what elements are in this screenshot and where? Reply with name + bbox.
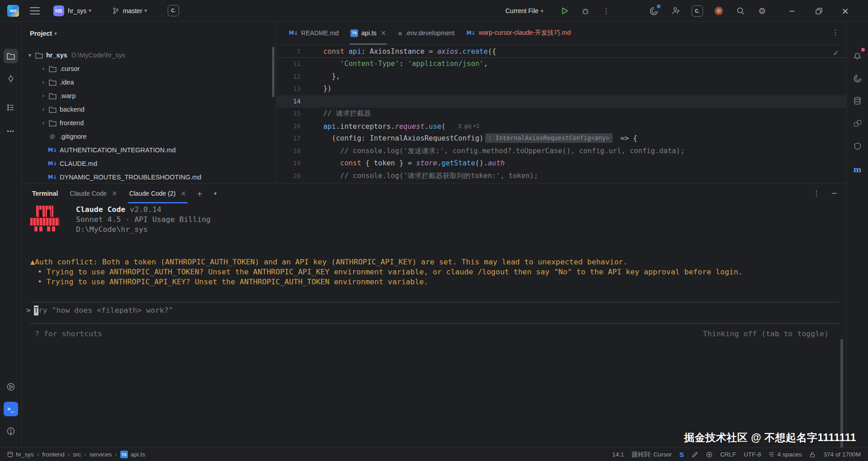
cursor-plugin-icon[interactable]: S (679, 451, 684, 458)
terminal-tab-dropdown-icon[interactable]: ▾ (209, 190, 221, 197)
window-restore-button[interactable] (813, 5, 825, 17)
project-selector[interactable]: hr_sys (68, 7, 86, 14)
encoding-widget[interactable]: UTF-8 (744, 451, 761, 458)
tree-item-hr_sys[interactable]: ▾hr_sysD:\MyCode\hr_sys (22, 48, 276, 62)
webstorm-logo-icon: WS (7, 5, 19, 17)
code-area[interactable]: 7const api: AxiosInstance = axios.create… (277, 45, 846, 183)
problems-tool-icon[interactable] (4, 424, 18, 438)
tree-chevron-icon[interactable]: › (40, 106, 47, 113)
debug-button[interactable] (580, 5, 591, 17)
claude-terminal-launcher-icon[interactable]: C. (168, 5, 179, 16)
statusbar-right-group: 14:1 跳转到: Cursor S CRLF UTF-8 4 spaces (612, 451, 861, 459)
terminal-output[interactable]: Claude Codev2.0.14 Sonnet 4.5 · API Usag… (22, 203, 846, 447)
more-tool-windows-icon[interactable]: ••• (4, 124, 18, 138)
breadcrumb-item-src[interactable]: src (73, 451, 81, 458)
claude-prompt-input[interactable]: >Try "how does <filepath> work?" (26, 306, 173, 315)
claude-starburst-icon[interactable] (713, 5, 725, 17)
run-button[interactable] (559, 5, 571, 17)
tree-item-DYNAMIC_ROUTES_TROUBLESHOOTING.md[interactable]: M↓DYNAMIC_ROUTES_TROUBLESHOOTING.md (22, 170, 276, 183)
tree-chevron-icon[interactable]: › (40, 66, 47, 72)
indent-widget[interactable]: 4 spaces (769, 451, 802, 458)
breadcrumb-item-services[interactable]: services (90, 451, 112, 458)
terminal-hide-icon[interactable]: − (831, 189, 837, 198)
terminal-tab-Claude Code[interactable]: Claude Code× (64, 183, 123, 203)
editor-tab-api.ts[interactable]: TSapi.ts× (344, 22, 392, 45)
lock-icon[interactable] (809, 452, 816, 458)
ai-assistant-tool-icon[interactable] (850, 71, 865, 86)
ai-assistant-icon[interactable] (648, 5, 660, 17)
line-number: 14 (277, 95, 301, 108)
close-icon[interactable]: × (381, 29, 387, 37)
more-actions-icon[interactable]: ⋮ (600, 5, 612, 17)
prompt-chevron: > (26, 306, 31, 315)
database-tool-icon[interactable] (850, 94, 865, 108)
tree-item-.warp[interactable]: ›.warp (22, 89, 276, 103)
editor-tab-README.md[interactable]: M↓README.md (283, 22, 344, 45)
search-everywhere-icon[interactable] (735, 5, 746, 17)
project-panel-header[interactable]: Project ▾ (22, 22, 276, 45)
tree-item-AUTHENTICATION_INTEGRATION.md[interactable]: M↓AUTHENTICATION_INTEGRATION.md (22, 143, 276, 157)
code-with-me-icon[interactable] (670, 5, 682, 17)
terminal-tab-Terminal[interactable]: Terminal (26, 183, 64, 203)
caret-position-widget[interactable]: 14:1 (612, 451, 624, 458)
close-icon[interactable]: × (112, 189, 118, 198)
shield-tool-icon[interactable] (850, 139, 865, 153)
pencil-icon[interactable] (692, 451, 698, 458)
line-number: 15 (277, 108, 301, 120)
new-terminal-tab-button[interactable]: + (192, 189, 207, 198)
claude-code-plugin-icon[interactable]: C. (692, 5, 703, 17)
tree-chevron-icon[interactable]: › (40, 120, 47, 126)
breadcrumb-item-hr_sys[interactable]: hr_sys (7, 451, 34, 458)
type-hint-chip: : InternalAxiosRequestConfig<any> (485, 133, 613, 143)
auth-conflict-warning: ▲Auth conflict: Both a token (ANTHROPIC_… (30, 257, 743, 287)
tree-chevron-icon[interactable]: ▾ (26, 52, 33, 58)
tree-item-label: .idea (60, 79, 74, 86)
terminal-options-icon[interactable]: ⋮ (813, 189, 820, 198)
project-tool-icon[interactable] (4, 49, 18, 63)
plugin-tool-icon[interactable] (850, 116, 865, 131)
structure-tool-icon[interactable] (4, 100, 18, 115)
window-close-button[interactable]: × (840, 5, 851, 17)
project-tree-scrollbar[interactable] (272, 47, 274, 97)
inspection-circle-icon[interactable] (706, 452, 712, 458)
terminal-tab-label: Claude Code (70, 190, 107, 197)
terminal-tab-Claude Code (2)[interactable]: Claude Code (2)× (123, 183, 192, 203)
tree-item-frontend[interactable]: ›frontend (22, 116, 276, 130)
editor-tabs-menu-icon[interactable]: ⋮ (832, 28, 839, 37)
breadcrumb-item-api.ts[interactable]: TSapi.ts (120, 451, 145, 458)
main-menu-icon[interactable] (30, 7, 40, 14)
tree-chevron-icon[interactable]: › (40, 93, 47, 99)
line-number: 12 (277, 71, 301, 83)
tree-item-CLAUDE.md[interactable]: M↓CLAUDE.md (22, 157, 276, 170)
mermaid-tool-icon[interactable]: m (850, 162, 865, 177)
tree-item-.idea[interactable]: ›.idea (22, 75, 276, 89)
run-configuration-selector[interactable]: Current File (505, 7, 538, 14)
tree-item-.gitignore[interactable]: ⊘.gitignore (22, 130, 276, 143)
settings-gear-icon[interactable]: ⚙ (756, 5, 768, 17)
terminal-tool-icon[interactable]: >_ (4, 402, 18, 416)
notifications-bell-icon[interactable] (850, 49, 865, 63)
memory-indicator[interactable]: 374 of 1700M (823, 451, 861, 458)
tree-chevron-icon[interactable]: › (40, 79, 47, 85)
code-line-text (301, 95, 323, 108)
close-icon[interactable]: × (180, 189, 186, 198)
line-separator-widget[interactable]: CRLF (720, 451, 736, 458)
editor-tab-.env.development[interactable]: ≡.env.development (392, 22, 460, 45)
breadcrumb-item-frontend[interactable]: frontend (42, 451, 65, 458)
project-avatar[interactable]: HS (53, 5, 64, 16)
tree-item-backend[interactable]: ›backend (22, 103, 276, 116)
commit-tool-icon[interactable] (4, 71, 18, 86)
inspection-ok-icon[interactable]: ✓ (833, 49, 839, 57)
editor-tab-warp-cursor-claude-开发技巧.md[interactable]: M↓warp-cursor-claude-开发技巧.md (461, 22, 577, 45)
editor-tab-bar: M↓README.mdTSapi.ts×≡.env.developmentM↓w… (277, 22, 846, 45)
claude-model-line: Sonnet 4.5 · API Usage Billing (76, 215, 211, 225)
markdown-file-icon: M↓ (467, 30, 476, 36)
services-tool-icon[interactable] (4, 380, 18, 394)
window-minimize-button[interactable]: − (786, 5, 798, 17)
code-line-text: // 请求拦截器 (301, 108, 371, 120)
ide-window: WS HS hr_sys ▾ master ▾ C. Current File (0, 0, 868, 461)
vcs-branch-widget[interactable]: master ▾ (112, 7, 147, 14)
jump-to-cursor-widget[interactable]: 跳转到: Cursor (632, 451, 672, 459)
tree-item-.cursor[interactable]: ›.cursor (22, 62, 276, 75)
folder-icon (49, 106, 57, 113)
